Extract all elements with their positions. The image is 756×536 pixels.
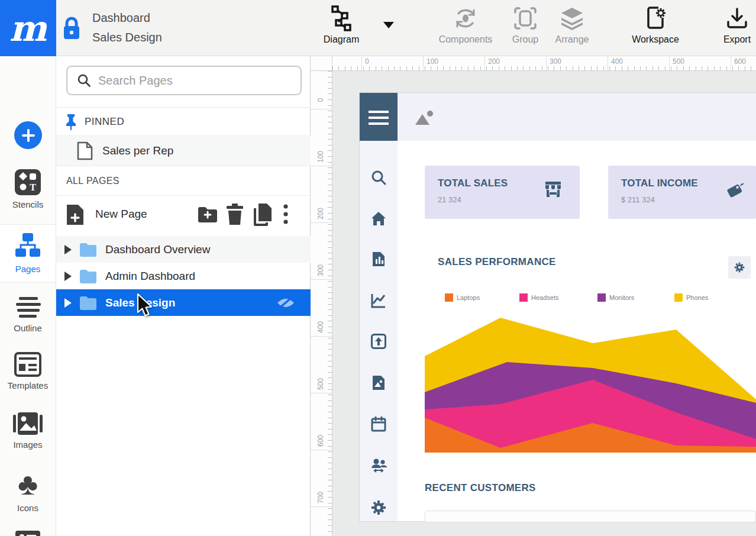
images-icon xyxy=(0,411,56,436)
h-ruler-label: 300 xyxy=(550,57,561,66)
diagram-icon xyxy=(316,4,366,33)
expand-triangle-icon[interactable] xyxy=(64,298,72,308)
search-icon xyxy=(77,73,91,88)
h-ruler-label: 600 xyxy=(734,57,746,66)
document-title[interactable]: Dashboard Sales Design xyxy=(92,8,162,47)
new-page-icon[interactable] xyxy=(66,204,85,226)
sidebar-item-outline[interactable]: Outline xyxy=(0,296,56,333)
duplicate-page-icon[interactable] xyxy=(251,202,273,226)
card-value: 21 324 xyxy=(438,195,461,204)
legend-swatch xyxy=(674,293,683,302)
ruler-corner xyxy=(311,56,332,71)
left-nav-rail: T Stencils Pages xyxy=(0,56,56,536)
mockup-report-icon[interactable] xyxy=(371,251,386,267)
legend-label: Monitors xyxy=(609,294,634,301)
mockup-home-icon[interactable] xyxy=(371,211,386,227)
pinned-page-sales-per-rep[interactable]: Sales per Rep xyxy=(56,135,311,166)
mockup-customers-icon[interactable] xyxy=(371,458,386,473)
v-ruler-label: 200 xyxy=(316,205,325,222)
folder-row-sales-design[interactable]: Sales Design xyxy=(56,289,311,316)
mockup-search-icon[interactable] xyxy=(371,170,386,185)
recent-customers-table[interactable] xyxy=(425,511,756,522)
toolbar-group[interactable]: Group xyxy=(506,4,545,45)
legend-item-laptops: Laptops xyxy=(445,293,480,302)
outline-icon xyxy=(0,296,56,319)
gear-icon xyxy=(734,262,745,273)
mockup-avatar-image-icon xyxy=(414,109,435,126)
folder-row-admin-dashboard[interactable]: Admin Dashboard xyxy=(56,263,311,289)
new-page-label[interactable]: New Page xyxy=(95,208,147,221)
folder-icon xyxy=(79,269,97,283)
legend-swatch xyxy=(445,293,453,302)
delete-page-icon[interactable] xyxy=(226,204,244,225)
lock-icon[interactable] xyxy=(63,16,80,41)
folder-row-dashboard-overview[interactable]: Dashboard Overview xyxy=(56,236,311,263)
toolbar-diagram[interactable]: Diagram xyxy=(316,4,366,45)
toolbar-arrange[interactable]: Arrange xyxy=(547,4,597,45)
h-ruler-label: 200 xyxy=(488,57,500,66)
app-header: m Dashboard Sales Design Diagram xyxy=(0,0,756,56)
h-ruler-label: 400 xyxy=(611,57,623,66)
mockup-topbar[interactable] xyxy=(398,93,756,141)
price-tag-icon xyxy=(725,181,744,199)
stencils-icon: T xyxy=(0,169,56,196)
mockup-calendar-icon[interactable] xyxy=(371,416,386,432)
workspace-icon xyxy=(623,4,688,33)
toolbar-workspace[interactable]: Workspace xyxy=(623,4,688,45)
page-file-icon xyxy=(77,141,93,160)
mockup-line-chart-icon[interactable] xyxy=(371,293,386,308)
chart-settings-button[interactable] xyxy=(728,256,751,279)
page-options-kebab-icon[interactable] xyxy=(283,204,288,224)
design-canvas[interactable]: TOTAL SALES 21 324 TOTAL INCOME $ 211 32… xyxy=(311,56,756,536)
mockup-page[interactable]: TOTAL SALES 21 324 TOTAL INCOME $ 211 32… xyxy=(360,93,756,521)
mockup-settings-icon[interactable] xyxy=(371,500,386,515)
new-folder-icon[interactable] xyxy=(197,206,218,224)
toolbar-export[interactable]: Export xyxy=(718,4,756,45)
v-ruler-label: 500 xyxy=(316,375,325,393)
v-ruler-label: 300 xyxy=(316,261,325,279)
sidebar-item-pages[interactable]: Pages xyxy=(0,224,56,283)
folder-icon xyxy=(79,296,97,310)
arrange-icon xyxy=(547,4,597,33)
sales-performance-area-chart[interactable] xyxy=(425,314,756,453)
total-income-card[interactable]: TOTAL INCOME $ 211 324 xyxy=(608,166,756,219)
pin-icon xyxy=(64,114,77,130)
card-title: TOTAL SALES xyxy=(438,177,508,189)
v-ruler-label: 400 xyxy=(316,318,325,336)
v-ruler-label: 700 xyxy=(316,489,325,506)
search-pages-input[interactable] xyxy=(98,74,287,88)
mouse-cursor xyxy=(136,293,154,319)
toolbar-components[interactable]: Components xyxy=(429,4,502,45)
vertical-ruler: 0100200300400500600700 xyxy=(311,71,332,536)
sidebar-item-comments[interactable]: Comments xyxy=(0,529,56,536)
total-sales-card[interactable]: TOTAL SALES 21 324 xyxy=(425,166,580,219)
mockup-upload-icon[interactable] xyxy=(371,334,386,349)
sidebar-item-stencils[interactable]: T Stencils xyxy=(0,169,56,209)
h-ruler-label: 100 xyxy=(427,57,438,66)
export-icon xyxy=(718,4,756,33)
sales-performance-title: SALES PERFORMANCE xyxy=(438,256,556,268)
comments-icon xyxy=(0,529,56,536)
app-logo[interactable]: m xyxy=(0,0,56,56)
sidebar-item-icons[interactable]: ♣ Icons xyxy=(0,469,56,513)
legend-label: Phones xyxy=(686,294,708,301)
mockup-hamburger-block[interactable] xyxy=(360,93,398,141)
sidebar-item-templates[interactable]: Templates xyxy=(0,352,56,390)
legend-item-monitors: Monitors xyxy=(597,293,634,302)
pages-icon xyxy=(0,232,56,260)
diagram-dropdown-caret[interactable] xyxy=(383,22,394,28)
eye-hidden-icon[interactable] xyxy=(276,295,296,311)
search-pages-box[interactable] xyxy=(66,66,302,95)
sidebar-item-images[interactable]: Images xyxy=(0,411,56,450)
expand-triangle-icon[interactable] xyxy=(64,272,72,281)
expand-triangle-icon[interactable] xyxy=(64,245,72,254)
add-button[interactable] xyxy=(14,121,42,149)
group-icon xyxy=(506,4,545,33)
new-page-toolbar: New Page xyxy=(56,196,311,235)
templates-icon xyxy=(0,352,56,377)
svg-text:T: T xyxy=(30,182,36,192)
mockup-image-icon[interactable] xyxy=(371,375,386,390)
folder-icon xyxy=(79,243,97,257)
v-ruler-label: 100 xyxy=(316,148,325,166)
pinned-section-header: PINNED xyxy=(56,108,311,135)
